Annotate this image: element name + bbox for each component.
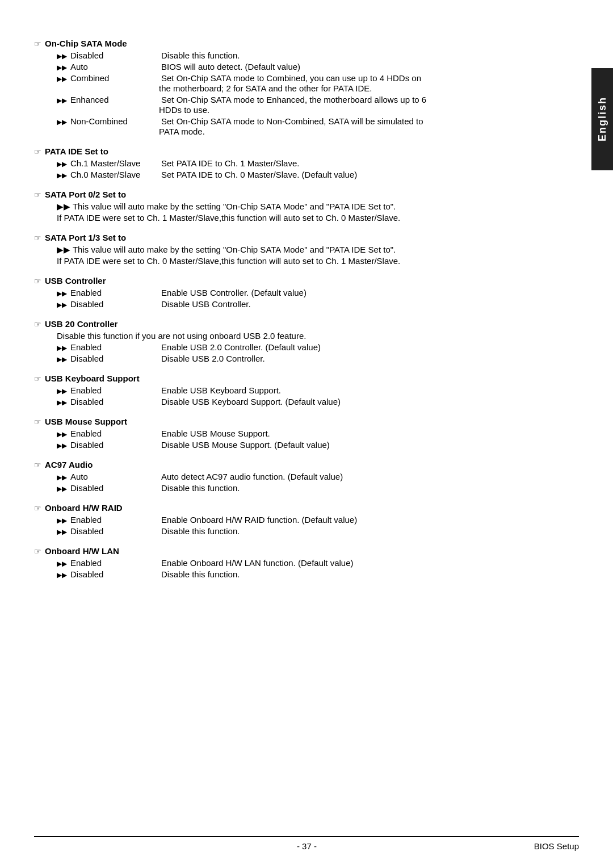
- option-arrow-icon: ▶▶: [57, 399, 67, 406]
- option-label: Disabled: [70, 483, 161, 493]
- option-row: ▶▶ Disabled Disable USB Mouse Support. (…: [57, 440, 551, 450]
- option-row: ▶▶ Disabled Disable USB Controller.: [57, 299, 551, 309]
- option-row: ▶▶ Non-Combined Set On-Chip SATA mode to…: [57, 116, 551, 126]
- option-arrow-icon: ▶▶: [57, 473, 67, 481]
- section-onboard-hw-raid: ☞ Onboard H/W RAID: [34, 503, 551, 513]
- option-desc: Enable USB Keyboard Support.: [161, 385, 551, 395]
- section-title: USB Mouse Support: [45, 417, 127, 426]
- section-title: AC97 Audio: [45, 460, 93, 469]
- option-desc: Disable this function.: [161, 569, 551, 579]
- option-arrow-icon: ▶▶: [57, 560, 67, 568]
- option-desc: Set On-Chip SATA mode to Enhanced, the m…: [161, 95, 551, 104]
- option-row: ▶▶ Disabled Disable this function.: [57, 569, 551, 579]
- option-arrow-icon: ▶▶: [57, 301, 67, 309]
- option-label: Enabled: [70, 342, 161, 352]
- section-title: PATA IDE Set to: [45, 146, 108, 156]
- option-desc: Disable USB Keyboard Support. (Default v…: [161, 397, 551, 406]
- section-arrow-icon: ☞: [34, 39, 41, 48]
- option-label: Combined: [70, 73, 161, 83]
- option-desc: Enable USB 2.0 Controller. (Default valu…: [161, 342, 551, 352]
- section-title: USB 20 Controller: [45, 319, 117, 329]
- note-line: If PATA IDE were set to Ch. 0 Master/Sla…: [57, 256, 551, 266]
- option-arrow-icon: ▶▶: [57, 97, 67, 104]
- option-row: ▶▶ Enhanced Set On-Chip SATA mode to Enh…: [57, 95, 551, 104]
- option-row: ▶▶ Disabled Disable this function.: [57, 526, 551, 536]
- section-title: USB Keyboard Support: [45, 374, 140, 383]
- option-desc: Set PATA IDE to Ch. 0 Master/Slave. (Def…: [161, 170, 551, 179]
- section-pata-ide: ☞ PATA IDE Set to: [34, 146, 551, 156]
- section-usb-keyboard: ☞ USB Keyboard Support: [34, 374, 551, 383]
- option-arrow-icon: ▶▶: [57, 290, 67, 297]
- option-label: Enabled: [70, 288, 161, 297]
- section-arrow-icon: ☞: [34, 504, 41, 513]
- option-label: Enabled: [70, 429, 161, 438]
- option-desc: Set PATA IDE to Ch. 1 Master/Slave.: [161, 158, 551, 168]
- option-label: Non-Combined: [70, 116, 161, 126]
- note-line: If PATA IDE were set to Ch. 1 Master/Sla…: [57, 213, 551, 223]
- option-row: ▶▶ Enabled Enable USB Mouse Support.: [57, 429, 551, 438]
- section-usb-20-controller: ☞ USB 20 Controller: [34, 319, 551, 329]
- option-desc: Disable USB Mouse Support. (Default valu…: [161, 440, 551, 450]
- section-usb-controller: ☞ USB Controller: [34, 276, 551, 286]
- section-sata-port-02: ☞ SATA Port 0/2 Set to: [34, 190, 551, 199]
- option-label: Disabled: [70, 354, 161, 363]
- option-arrow-icon: ▶▶: [57, 171, 67, 179]
- section-arrow-icon: ☞: [34, 320, 41, 329]
- option-desc: Disable USB Controller.: [161, 299, 551, 309]
- option-row: ▶▶ Combined Set On-Chip SATA mode to Com…: [57, 73, 551, 83]
- section-sata-port-13: ☞ SATA Port 1/3 Set to: [34, 233, 551, 242]
- option-arrow-icon: ▶▶: [57, 430, 67, 438]
- option-row: ▶▶ Disabled Disable this function.: [57, 483, 551, 493]
- option-label: Enhanced: [70, 95, 161, 104]
- section-arrow-icon: ☞: [34, 460, 41, 469]
- section-arrow-icon: ☞: [34, 417, 41, 426]
- bios-setup-label: BIOS Setup: [534, 841, 579, 851]
- footer: - 37 - BIOS Setup: [34, 836, 579, 851]
- option-arrow-icon: ▶▶: [57, 344, 67, 352]
- option-label: Disabled: [70, 440, 161, 450]
- option-arrow-icon: ▶▶: [57, 75, 67, 83]
- option-arrow-icon: ▶▶: [57, 528, 67, 536]
- section-title: On-Chip SATA Mode: [45, 39, 127, 48]
- option-arrow-icon: ▶▶: [57, 387, 67, 395]
- option-label: Disabled: [70, 51, 161, 60]
- option-label: Auto: [70, 472, 161, 481]
- option-label: Enabled: [70, 558, 161, 568]
- option-desc: Disable this function.: [161, 483, 551, 493]
- option-desc: Auto detect AC97 audio function. (Defaul…: [161, 472, 551, 481]
- page-number: - 37 -: [79, 841, 534, 851]
- section-usb-mouse: ☞ USB Mouse Support: [34, 417, 551, 426]
- option-desc: Disable this function.: [161, 526, 551, 536]
- option-row: ▶▶ Enabled Enable Onboard H/W RAID funct…: [57, 515, 551, 525]
- option-desc: Enable Onboard H/W LAN function. (Defaul…: [161, 558, 551, 568]
- section-arrow-icon: ☞: [34, 147, 41, 156]
- option-desc-continuation: PATA mode.: [159, 127, 551, 136]
- option-label: Disabled: [70, 397, 161, 406]
- option-row: ▶▶ Disabled Disable USB 2.0 Controller.: [57, 354, 551, 363]
- option-row: ▶▶ Enabled Enable Onboard H/W LAN functi…: [57, 558, 551, 568]
- section-title: USB Controller: [45, 276, 106, 286]
- section-arrow-icon: ☞: [34, 233, 41, 242]
- option-label: Auto: [70, 62, 161, 72]
- sidebar-label: English: [597, 97, 608, 141]
- option-label: Disabled: [70, 569, 161, 579]
- option-desc: Disable this function.: [161, 51, 551, 60]
- option-desc: Enable Onboard H/W RAID function. (Defau…: [161, 515, 551, 525]
- option-label: Enabled: [70, 515, 161, 525]
- option-arrow-icon: ▶▶: [57, 442, 67, 450]
- option-label: Disabled: [70, 299, 161, 309]
- option-arrow-icon: ▶▶: [57, 485, 67, 493]
- option-label: Enabled: [70, 385, 161, 395]
- section-on-chip-sata-mode: ☞ On-Chip SATA Mode: [34, 39, 551, 48]
- option-arrow-icon: ▶▶: [57, 160, 67, 168]
- section-ac97-audio: ☞ AC97 Audio: [34, 460, 551, 469]
- option-row: ▶▶ Disabled Disable this function.: [57, 51, 551, 60]
- option-desc: Set On-Chip SATA mode to Non-Combined, S…: [161, 116, 551, 126]
- section-title: SATA Port 1/3 Set to: [45, 233, 126, 242]
- option-desc: Enable USB Mouse Support.: [161, 429, 551, 438]
- option-arrow-icon: ▶▶: [57, 571, 67, 579]
- option-arrow-icon: ▶▶: [57, 355, 67, 363]
- section-title: Onboard H/W RAID: [45, 503, 123, 513]
- sidebar-tab: English: [591, 68, 613, 170]
- option-row: ▶▶ Enabled Enable USB Keyboard Support.: [57, 385, 551, 395]
